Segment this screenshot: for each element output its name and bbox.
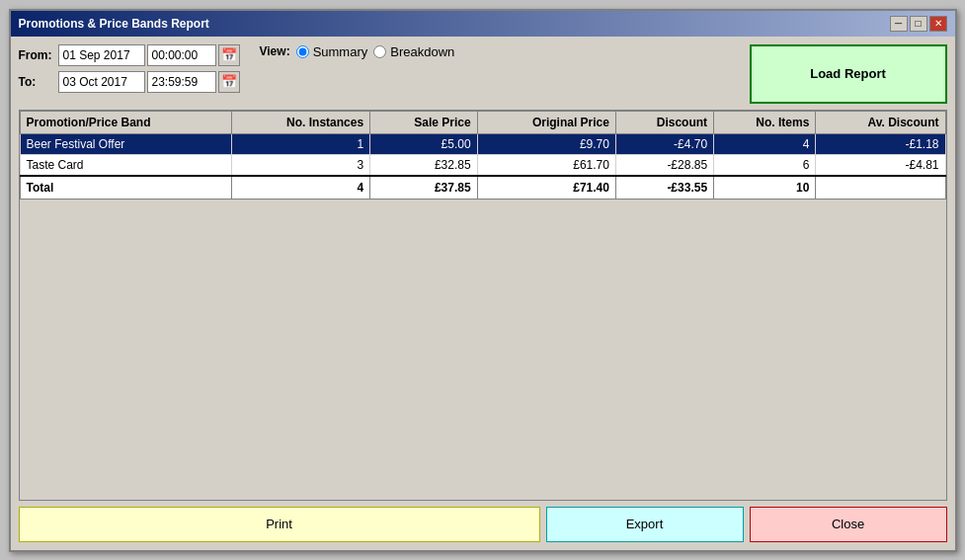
load-report-section: Load Report — [750, 44, 947, 104]
bottom-buttons: Print Export Close — [19, 507, 947, 542]
summary-radio[interactable] — [296, 45, 309, 58]
window-title: Promotions & Price Bands Report — [19, 17, 209, 31]
total-discount: -£33.55 — [615, 176, 713, 200]
report-table: Promotion/Price Band No. Instances Sale … — [20, 111, 946, 200]
totals-row: Total 4 £37.85 £71.40 -£33.55 10 — [20, 176, 945, 200]
cell-original-price: £9.70 — [477, 133, 615, 154]
calendar-icon: 📅 — [221, 47, 237, 62]
breakdown-radio-text: Breakdown — [390, 44, 454, 59]
breakdown-radio-label[interactable]: Breakdown — [373, 44, 454, 59]
table-body: Beer Festival Offer 1 £5.00 £9.70 -£4.70… — [20, 133, 945, 176]
total-instances: 4 — [231, 176, 369, 200]
col-header-discount: Discount — [615, 111, 713, 133]
from-date-group: 📅 — [58, 44, 240, 66]
to-date-group: 📅 — [58, 71, 240, 93]
cell-original-price: £61.70 — [477, 154, 615, 176]
from-label: From: — [19, 48, 58, 62]
col-header-original-price: Original Price — [477, 111, 615, 133]
to-time-input[interactable] — [147, 71, 216, 93]
to-row: To: 📅 — [19, 71, 240, 93]
col-header-av-discount: Av. Discount — [816, 111, 945, 133]
col-header-sale-price: Sale Price — [370, 111, 477, 133]
table-row[interactable]: Beer Festival Offer 1 £5.00 £9.70 -£4.70… — [20, 133, 945, 154]
top-controls-area: From: 📅 To: — [19, 44, 947, 104]
from-time-input[interactable] — [147, 44, 216, 66]
cell-discount: -£4.70 — [615, 133, 713, 154]
main-content: From: 📅 To: — [11, 37, 955, 550]
col-header-no-items: No. Items — [714, 111, 816, 133]
to-date-input[interactable] — [58, 71, 145, 93]
load-report-button[interactable]: Load Report — [750, 44, 947, 104]
table-row[interactable]: Taste Card 3 £32.85 £61.70 -£28.85 6 -£4… — [20, 154, 945, 176]
cell-discount: -£28.85 — [615, 154, 713, 176]
close-window-button[interactable]: ✕ — [929, 16, 947, 32]
cell-no-items: 6 — [714, 154, 816, 176]
cell-av-discount: -£1.18 — [816, 133, 945, 154]
summary-radio-label[interactable]: Summary — [296, 44, 368, 59]
dates-section: From: 📅 To: — [19, 44, 240, 93]
to-calendar-button[interactable]: 📅 — [218, 71, 240, 93]
total-av-discount — [816, 176, 945, 200]
total-label: Total — [20, 176, 231, 200]
from-calendar-button[interactable]: 📅 — [218, 44, 240, 66]
summary-radio-text: Summary — [313, 44, 368, 59]
table-header-row: Promotion/Price Band No. Instances Sale … — [20, 111, 945, 133]
title-bar: Promotions & Price Bands Report ─ □ ✕ — [11, 11, 955, 37]
cell-no-items: 4 — [714, 133, 816, 154]
minimize-button[interactable]: ─ — [890, 16, 908, 32]
print-button[interactable]: Print — [19, 507, 540, 542]
calendar-icon-2: 📅 — [221, 74, 237, 89]
export-button[interactable]: Export — [546, 507, 744, 542]
cell-sale-price: £32.85 — [370, 154, 477, 176]
cell-name: Taste Card — [20, 154, 231, 176]
close-button[interactable]: Close — [750, 507, 947, 542]
window-controls: ─ □ ✕ — [890, 16, 947, 32]
col-header-instances: No. Instances — [231, 111, 369, 133]
maximize-button[interactable]: □ — [910, 16, 927, 32]
cell-sale-price: £5.00 — [370, 133, 477, 154]
total-original-price: £71.40 — [477, 176, 615, 200]
total-sale-price: £37.85 — [370, 176, 477, 200]
cell-av-discount: -£4.81 — [816, 154, 945, 176]
from-row: From: 📅 — [19, 44, 240, 66]
from-date-input[interactable] — [58, 44, 145, 66]
view-section: View: Summary Breakdown — [260, 44, 455, 59]
main-window: Promotions & Price Bands Report ─ □ ✕ Fr… — [9, 9, 957, 552]
report-table-container: Promotion/Price Band No. Instances Sale … — [19, 110, 947, 501]
to-label: To: — [19, 75, 58, 89]
view-label: View: — [260, 44, 290, 58]
col-header-name: Promotion/Price Band — [20, 111, 231, 133]
total-no-items: 10 — [714, 176, 816, 200]
breakdown-radio[interactable] — [373, 45, 386, 58]
table-footer: Total 4 £37.85 £71.40 -£33.55 10 — [20, 176, 945, 200]
cell-name: Beer Festival Offer — [20, 133, 231, 154]
cell-instances: 3 — [231, 154, 369, 176]
cell-instances: 1 — [231, 133, 369, 154]
